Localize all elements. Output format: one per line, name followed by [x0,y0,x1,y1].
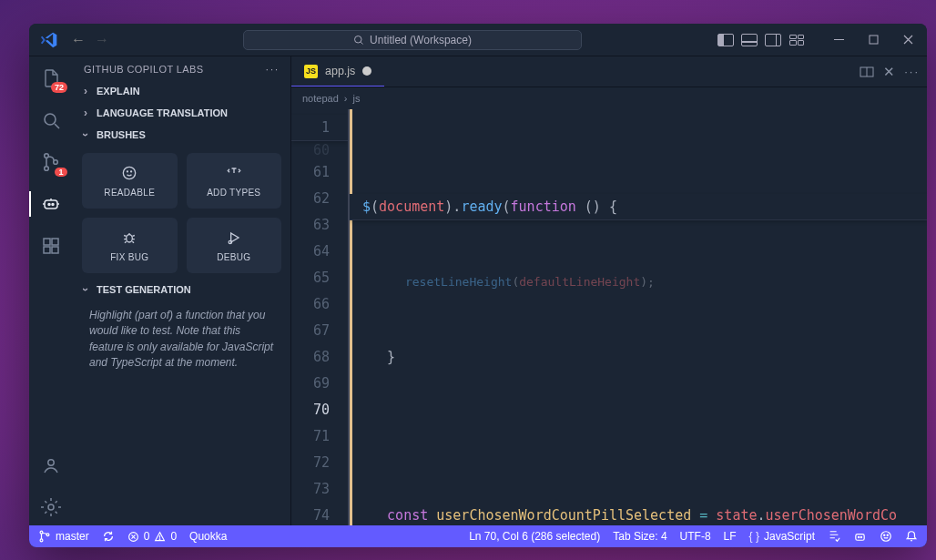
svg-point-8 [54,160,58,165]
svg-rect-15 [52,239,58,245]
svg-line-1 [361,42,362,44]
brush-add-types[interactable]: ADD TYPES [187,153,282,209]
tab-filename: app.js [325,65,355,77]
section-language-translation[interactable]: ›LANGUAGE TRANSLATION [73,102,290,124]
status-branch[interactable]: master [38,530,89,543]
search-icon [353,35,364,46]
status-sync[interactable] [102,530,115,543]
chevron-down-icon: › [79,129,92,140]
brush-fix-bug[interactable]: FIX BUG [82,218,178,273]
close-all-icon[interactable]: ✕ [883,64,895,80]
sticky-scroll-line: $(document).ready(function () { [350,194,927,220]
status-encoding[interactable]: UTF-8 [680,530,711,543]
section-test-generation[interactable]: ›TEST GENERATION [73,279,290,300]
svg-point-33 [860,536,861,537]
split-editor-icon[interactable] [860,65,874,79]
nav-back-icon[interactable]: ← [71,33,86,47]
svg-point-4 [45,114,56,125]
layout-bottom-icon[interactable] [741,34,758,46]
brushes-grid: READABLE ADD TYPES FIX BUG DEBUG [73,146,290,279]
status-quokka[interactable]: Quokka [189,530,227,543]
gutter: 1 60 61 62 63 64 65 66 67 68 69 70 71 72… [291,109,348,525]
status-prettier[interactable] [828,530,840,543]
svg-point-22 [229,240,231,243]
sidebar-more-icon[interactable]: ··· [266,64,280,75]
test-generation-hint: Highlight (part of) a function that you … [73,300,290,382]
activity-search[interactable] [29,102,73,138]
svg-point-32 [858,536,859,537]
branch-icon [38,530,51,543]
svg-point-0 [355,36,362,43]
scm-badge: 1 [55,168,67,177]
layout-right-icon[interactable] [765,34,781,46]
status-eol[interactable]: LF [724,530,737,543]
feedback-icon [880,530,892,543]
svg-point-20 [131,171,132,172]
code-content[interactable]: $(document).ready(function () { resetLin… [348,109,927,525]
svg-point-19 [127,171,128,172]
layout-left-icon[interactable] [717,34,734,46]
svg-rect-31 [856,534,864,540]
window-minimize-button[interactable] [823,27,854,53]
code-editor[interactable]: 1 60 61 62 63 64 65 66 67 68 69 70 71 72… [291,109,927,525]
svg-point-35 [884,535,885,535]
activity-explorer[interactable]: 72 [29,60,73,97]
warning-icon [154,531,166,543]
sidebar-title: GITHUB COPILOT LABS [84,64,203,75]
breadcrumb[interactable]: notepad › js [291,87,927,109]
dirty-dot-icon [362,66,371,76]
nav-forward-icon[interactable]: → [95,33,109,47]
copilot-icon [853,530,867,544]
svg-rect-12 [44,239,50,245]
window-title: Untitled (Workspace) [370,34,472,46]
svg-rect-2 [834,39,844,40]
activity-copilot-labs[interactable] [29,186,73,222]
status-language[interactable]: { } JavaScript [749,530,815,543]
chevron-down-icon: › [79,284,92,295]
svg-point-6 [45,154,49,158]
sync-icon [102,530,115,543]
tab-bar: JS app.js ✕ ··· [291,56,927,87]
status-bar: master 0 0 Quokka Ln 70, Col 6 (286 sele… [29,525,927,547]
svg-point-34 [881,532,891,542]
debug-icon [225,229,243,247]
chevron-right-icon: › [80,107,91,119]
section-brushes[interactable]: ›BRUSHES [73,124,290,146]
chevron-right-icon: › [344,93,348,104]
brush-debug[interactable]: DEBUG [187,218,282,273]
sticky-line-number: 1 [291,115,348,141]
brush-readable[interactable]: READABLE [82,153,178,209]
nav-controls: ← → [71,33,109,47]
status-tab-size[interactable]: Tab Size: 4 [613,530,666,543]
type-icon [225,164,243,182]
command-center[interactable]: Untitled (Workspace) [243,30,582,50]
svg-point-21 [127,235,133,242]
activity-account[interactable] [29,447,73,484]
vscode-logo-icon [40,31,58,49]
layout-grid-icon[interactable] [788,34,805,46]
activity-bar: 72 1 [29,56,73,525]
error-icon [127,531,139,543]
sidebar: GITHUB COPILOT LABS ··· ›EXPLAIN ›LANGUA… [73,56,291,525]
editor-more-icon[interactable]: ··· [904,65,920,78]
activity-settings[interactable] [29,489,73,525]
svg-point-16 [48,460,54,465]
activity-source-control[interactable]: 1 [29,144,73,180]
section-explain[interactable]: ›EXPLAIN [73,80,290,102]
window-maximize-button[interactable] [858,27,889,53]
svg-line-5 [55,124,59,128]
editor-group: JS app.js ✕ ··· notepad › js 1 60 [291,56,927,525]
activity-extensions[interactable] [29,228,73,264]
status-cursor-position[interactable]: Ln 70, Col 6 (286 selected) [469,530,600,543]
status-problems[interactable]: 0 0 [127,530,177,543]
svg-rect-14 [52,247,58,253]
vscode-window: ← → Untitled (Workspace) 72 [29,24,927,547]
titlebar: ← → Untitled (Workspace) [29,24,927,56]
tab-app-js[interactable]: JS app.js [291,56,384,87]
window-close-button[interactable] [892,27,923,53]
status-notifications[interactable] [905,530,918,543]
status-feedback[interactable] [880,530,892,543]
explorer-badge: 72 [51,82,67,93]
svg-rect-9 [45,200,57,209]
status-copilot[interactable] [853,530,867,544]
